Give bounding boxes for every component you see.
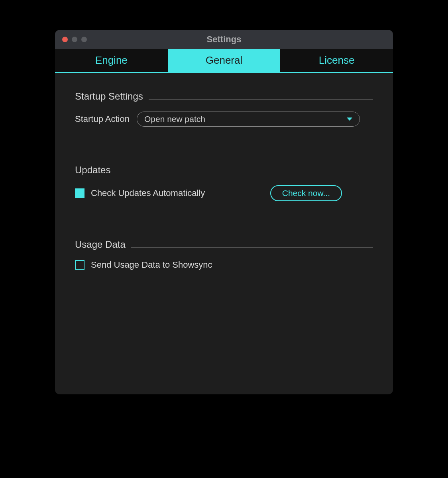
check-now-button[interactable]: Check now... — [270, 185, 342, 201]
section-title-updates: Updates — [75, 165, 110, 176]
section-header-usage: Usage Data — [75, 239, 373, 250]
divider — [149, 99, 373, 100]
section-title-startup: Startup Settings — [75, 91, 143, 102]
tab-license-label: License — [319, 54, 355, 67]
check-auto-group: Check Updates Automatically — [75, 188, 205, 198]
send-usage-label: Send Usage Data to Showsync — [91, 260, 212, 270]
tab-general[interactable]: General — [168, 49, 281, 72]
section-header-startup: Startup Settings — [75, 91, 373, 102]
startup-action-value: Open new patch — [144, 114, 205, 124]
section-title-usage: Usage Data — [75, 239, 126, 250]
section-startup: Startup Settings Startup Action Open new… — [75, 91, 373, 127]
check-auto-label: Check Updates Automatically — [91, 188, 205, 198]
divider — [116, 173, 373, 173]
updates-row: Check Updates Automatically Check now... — [75, 185, 373, 201]
send-usage-checkbox[interactable] — [75, 260, 84, 270]
check-auto-checkbox[interactable] — [75, 188, 84, 198]
usage-row: Send Usage Data to Showsync — [75, 260, 373, 270]
section-usage: Usage Data Send Usage Data to Showsync — [75, 239, 373, 270]
tab-engine-label: Engine — [95, 54, 128, 67]
send-usage-group: Send Usage Data to Showsync — [75, 260, 212, 270]
content: Startup Settings Startup Action Open new… — [55, 73, 393, 270]
tab-license[interactable]: License — [280, 49, 393, 72]
chevron-down-icon — [347, 118, 352, 121]
titlebar: Settings — [55, 30, 393, 49]
section-header-updates: Updates — [75, 165, 373, 176]
minimize-icon[interactable] — [72, 37, 77, 42]
tabs: Engine General License — [55, 49, 393, 73]
settings-window: Settings Engine General License Startup … — [55, 30, 393, 394]
window-title: Settings — [55, 34, 393, 45]
tab-engine[interactable]: Engine — [55, 49, 168, 72]
close-icon[interactable] — [62, 37, 68, 42]
traffic-lights — [55, 37, 87, 42]
section-updates: Updates Check Updates Automatically Chec… — [75, 165, 373, 201]
startup-action-row: Startup Action Open new patch — [75, 112, 373, 127]
tab-general-label: General — [206, 54, 243, 67]
check-now-label: Check now... — [282, 188, 330, 198]
divider — [131, 247, 373, 248]
startup-action-label: Startup Action — [75, 114, 130, 124]
startup-action-dropdown[interactable]: Open new patch — [137, 112, 360, 127]
maximize-icon[interactable] — [81, 37, 87, 42]
